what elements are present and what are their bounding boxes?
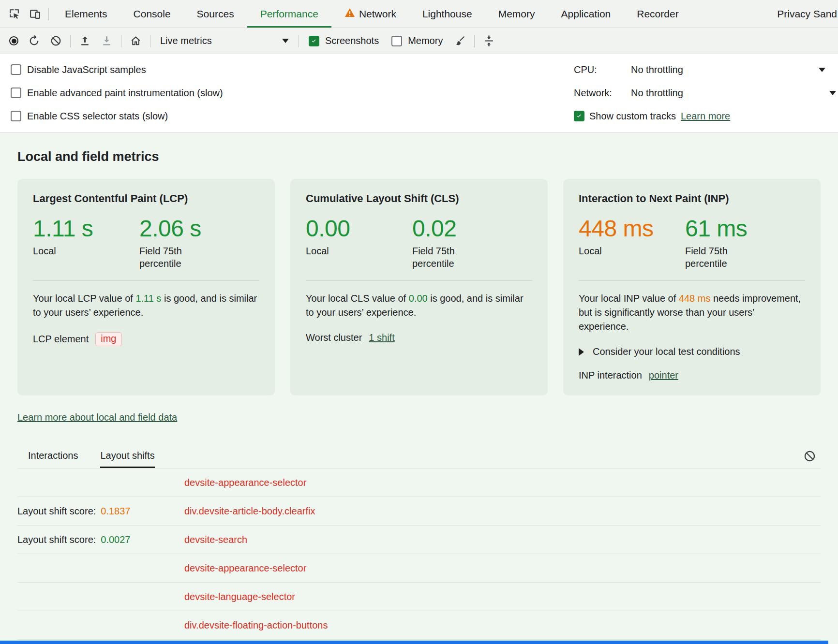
element-link[interactable]: devsite-appearance-selector xyxy=(184,477,306,488)
lcp-element-chip[interactable]: img xyxy=(95,332,121,346)
worst-cluster-link[interactable]: 1 shift xyxy=(369,332,394,343)
capture-options-left: Disable JavaScript samples Enable advanc… xyxy=(7,58,227,128)
save-profile-icon[interactable] xyxy=(96,32,117,49)
tab-recorder[interactable]: Recorder xyxy=(624,0,691,28)
chevron-down-icon xyxy=(819,68,825,72)
inp-field-label: Field 75th percentile xyxy=(685,245,753,270)
devtools-tabbar: Elements Console Sources Performance Net… xyxy=(0,0,838,28)
record-icon[interactable] xyxy=(5,34,23,48)
checkbox-checked-icon[interactable] xyxy=(574,111,584,121)
tab-performance[interactable]: Performance xyxy=(247,0,331,28)
divider xyxy=(579,280,805,281)
device-toolbar-icon[interactable] xyxy=(25,5,45,22)
inp-interaction-label: INP interaction xyxy=(579,370,642,381)
capture-options: Disable JavaScript samples Enable advanc… xyxy=(0,54,838,133)
shift-score-value: 0.0027 xyxy=(101,534,130,545)
lcp-element-row: LCP element img xyxy=(33,332,259,346)
checkbox-unchecked-icon xyxy=(391,36,402,46)
tab-sources[interactable]: Sources xyxy=(184,0,247,28)
live-metrics-dropdown[interactable]: Live metrics xyxy=(154,33,295,48)
tab-application[interactable]: Application xyxy=(548,0,624,28)
chevron-down-icon xyxy=(282,39,289,43)
tab-console[interactable]: Console xyxy=(120,0,184,28)
chevron-down-icon xyxy=(829,91,836,95)
bottom-accent-bar xyxy=(0,641,828,644)
element-link[interactable]: devsite-language-selector xyxy=(184,591,295,602)
collapse-icon[interactable] xyxy=(479,32,499,49)
devtools-window: Elements Console Sources Performance Net… xyxy=(0,0,838,644)
inp-field-value: 61 ms xyxy=(685,217,792,241)
layout-shift-row[interactable]: div.devsite-floating-action-buttons xyxy=(17,611,821,640)
tab-network[interactable]: Network xyxy=(331,0,409,28)
tab-memory[interactable]: Memory xyxy=(485,0,548,28)
live-metrics-view: Local and field metrics Largest Contentf… xyxy=(0,133,838,644)
show-custom-tracks-row: Show custom tracks Learn more xyxy=(574,104,825,128)
disable-js-samples-checkbox[interactable]: Disable JavaScript samples xyxy=(7,58,227,81)
cls-field-label: Field 75th percentile xyxy=(412,245,480,270)
inp-card: Interaction to Next Paint (INP) 448 ms L… xyxy=(563,179,821,395)
memory-checkbox[interactable]: Memory xyxy=(386,35,449,46)
layout-shift-row[interactable]: devsite-language-selector xyxy=(17,583,821,611)
divider xyxy=(306,280,532,281)
lcp-local-value: 1.11 s xyxy=(33,217,139,241)
lcp-card-title: Largest Contentful Paint (LCP) xyxy=(33,192,259,205)
separator xyxy=(299,35,299,47)
layout-shift-row[interactable]: devsite-appearance-selector xyxy=(17,554,821,583)
divider xyxy=(33,280,259,281)
clear-icon[interactable] xyxy=(45,32,66,49)
cls-description: Your local CLS value of 0.00 is good, an… xyxy=(306,292,532,320)
lcp-element-label: LCP element xyxy=(33,334,89,345)
layout-shift-row[interactable]: Layout shift score: 0.0027 devsite-searc… xyxy=(17,526,821,554)
lcp-card: Largest Contentful Paint (LCP) 1.11 s Lo… xyxy=(17,179,275,395)
log-tabs: Interactions Layout shifts xyxy=(17,447,821,468)
performance-toolbar: Live metrics Screenshots Memory xyxy=(0,28,838,54)
inp-local-label: Local xyxy=(579,245,685,257)
screenshots-checkbox[interactable]: Screenshots xyxy=(303,35,385,46)
lcp-local-label: Local xyxy=(33,245,139,257)
tabbar-left-icons xyxy=(4,0,52,28)
inp-description: Your local INP value of 448 ms needs imp… xyxy=(579,292,805,334)
advanced-paint-checkbox[interactable]: Enable advanced paint instrumentation (s… xyxy=(7,81,227,104)
css-selector-stats-checkbox[interactable]: Enable CSS selector stats (slow) xyxy=(7,104,227,128)
element-link[interactable]: div.devsite-floating-action-buttons xyxy=(184,620,328,631)
lcp-description: Your local LCP value of 1.11 s is good, … xyxy=(33,292,259,320)
cpu-throttling-select[interactable]: CPU: No throttling xyxy=(574,58,825,81)
tab-privacy-sandbox[interactable]: Privacy Sand xyxy=(764,0,838,28)
layout-shift-row[interactable]: Layout shift score: 0.1837 div.devsite-a… xyxy=(17,497,821,526)
panel-tabs: Elements Console Sources Performance Net… xyxy=(52,0,838,28)
checkbox-unchecked-icon xyxy=(11,88,21,98)
throttling-options: CPU: No throttling Network: No throttlin… xyxy=(574,58,825,128)
brush-icon[interactable] xyxy=(449,32,470,49)
element-link[interactable]: devsite-search xyxy=(184,534,247,545)
checkbox-unchecked-icon xyxy=(11,64,21,75)
inp-interaction-row: INP interaction pointer xyxy=(579,370,805,381)
layout-shifts-table: devsite-appearance-selector Layout shift… xyxy=(17,468,821,640)
separator xyxy=(150,35,150,47)
shift-score-value: 0.1837 xyxy=(101,506,130,517)
lcp-field-value: 2.06 s xyxy=(139,217,246,241)
learn-more-local-field-link[interactable]: Learn more about local and field data xyxy=(17,412,177,423)
cls-local-value: 0.00 xyxy=(306,217,412,241)
element-link[interactable]: div.devsite-article-body.clearfix xyxy=(184,506,315,517)
reload-record-icon[interactable] xyxy=(24,32,45,49)
clear-log-icon[interactable] xyxy=(799,447,821,465)
inp-interaction-link[interactable]: pointer xyxy=(649,370,678,381)
layout-shift-row[interactable]: devsite-appearance-selector xyxy=(17,468,821,497)
separator xyxy=(48,8,49,20)
tab-interactions[interactable]: Interactions xyxy=(28,450,78,468)
cls-card: Cumulative Layout Shift (CLS) 0.00 Local… xyxy=(290,179,548,395)
cls-field-value: 0.02 xyxy=(412,217,519,241)
network-throttling-select[interactable]: Network: No throttling xyxy=(574,81,825,104)
separator xyxy=(121,35,121,47)
tab-layout-shifts[interactable]: Layout shifts xyxy=(100,450,154,468)
load-profile-icon[interactable] xyxy=(75,32,95,49)
learn-more-link[interactable]: Learn more xyxy=(681,111,730,122)
tab-elements[interactable]: Elements xyxy=(52,0,120,28)
inspect-element-icon[interactable] xyxy=(4,5,25,22)
cls-card-title: Cumulative Layout Shift (CLS) xyxy=(306,192,532,205)
home-icon[interactable] xyxy=(125,32,146,49)
separator xyxy=(70,35,71,47)
local-test-conditions-expander[interactable]: Consider your local test conditions xyxy=(579,346,805,357)
tab-lighthouse[interactable]: Lighthouse xyxy=(409,0,485,28)
element-link[interactable]: devsite-appearance-selector xyxy=(184,563,306,574)
